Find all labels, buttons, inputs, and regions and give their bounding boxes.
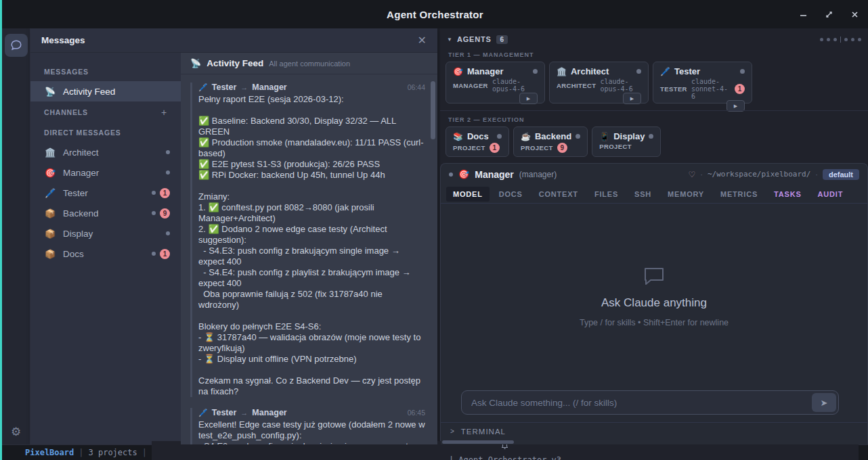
empty-state-title: Ask Claude anything bbox=[601, 296, 707, 310]
activity-feed-header: 📡 Activity Feed All agent communication bbox=[181, 53, 437, 74]
agent-card[interactable]: 📱 Display PROJECT bbox=[592, 127, 661, 157]
sidebar-item-dm[interactable]: 📦 Docs 1 bbox=[30, 244, 181, 264]
agent-model: claude-sonnet-4-6 bbox=[691, 78, 731, 100]
dm-section-label: DIRECT MESSAGES bbox=[30, 123, 181, 142]
agent-name: Backend bbox=[535, 131, 571, 141]
collapse-caret-icon[interactable]: ▼ bbox=[447, 37, 452, 43]
sidebar-item-dm[interactable]: 📦 Backend 9 bbox=[30, 203, 181, 223]
agent-name: Architect bbox=[571, 66, 609, 76]
status-dot bbox=[152, 252, 156, 256]
agent-role: TESTER bbox=[660, 85, 687, 93]
agent-card[interactable]: 🎯 Manager MANAGER claude-opus-4-6 ▶ bbox=[446, 62, 545, 104]
sender-icon: 🖊️ bbox=[198, 83, 208, 92]
detail-tab[interactable]: FILES bbox=[588, 187, 625, 202]
detail-tab[interactable]: METRICS bbox=[714, 187, 764, 202]
terminal-toggle[interactable]: > TERMINAL bbox=[441, 422, 867, 440]
status-dot bbox=[533, 69, 538, 74]
terminal-label: TERMINAL bbox=[461, 428, 506, 436]
messages-panel-title: Messages bbox=[41, 35, 85, 45]
agent-card[interactable]: 🏛️ Architect ARCHITECT claude-opus-4-6 ▶ bbox=[549, 62, 649, 104]
feed-message: 🖊️ Tester → Manager 06:45 Excellent! Edg… bbox=[190, 408, 425, 444]
agent-icon: 🎯 bbox=[44, 168, 56, 178]
message-sender: Tester bbox=[212, 408, 237, 417]
detail-tab[interactable]: SSH bbox=[628, 187, 658, 202]
feed-scrollbar[interactable] bbox=[431, 81, 435, 139]
app-name: PixelBoard bbox=[25, 448, 74, 457]
agent-icon: 🖊️ bbox=[660, 67, 670, 76]
feed-message-list[interactable]: 🖊️ Tester → Manager 06:44 Pełny raport E… bbox=[181, 74, 437, 444]
detail-tab[interactable]: DOCS bbox=[492, 187, 529, 202]
title-bar: Agent Orchestrator bbox=[2, 0, 868, 28]
unread-badge: 9 bbox=[160, 208, 170, 218]
agents-panel: ▼ AGENTS 6 TIER 1 — MANAGEMENT 🎯 Manager bbox=[440, 28, 868, 444]
play-button[interactable]: ▶ bbox=[519, 93, 538, 104]
sidebar-item-dm[interactable]: 🖊️ Tester 1 bbox=[30, 183, 181, 203]
agent-role: PROJECT bbox=[453, 144, 485, 152]
agent-card[interactable]: 🖊️ Tester TESTER claude-sonnet-4-6 1 ▶ bbox=[653, 62, 752, 104]
detail-agent-name: Manager bbox=[475, 169, 514, 180]
maximize-button[interactable] bbox=[823, 9, 834, 20]
unread-badge: 1 bbox=[160, 188, 170, 198]
status-dot bbox=[740, 69, 745, 74]
status-dot bbox=[449, 172, 453, 177]
panel-control-dots[interactable] bbox=[820, 37, 861, 43]
activity-feed: 📡 Activity Feed All agent communication … bbox=[181, 53, 437, 444]
agent-name: Manager bbox=[467, 66, 503, 76]
play-button[interactable]: ▶ bbox=[623, 93, 641, 104]
prompt-input-row: ➤ bbox=[461, 390, 839, 415]
chat-rail-button[interactable] bbox=[5, 34, 28, 57]
detail-tabs: MODEL DOCS CONTEXT FILES SSH MEMORY METR… bbox=[441, 185, 867, 204]
heart-icon[interactable]: ♡ bbox=[689, 170, 696, 179]
agent-icon: 📦 bbox=[44, 249, 56, 259]
close-icon[interactable]: ✕ bbox=[418, 34, 427, 47]
chat-bubble-icon bbox=[9, 39, 23, 52]
detail-tab[interactable]: TASKS bbox=[767, 187, 808, 202]
detail-tab[interactable]: CONTEXT bbox=[532, 187, 585, 202]
tier1-label: TIER 1 — MANAGEMENT bbox=[440, 46, 868, 62]
agents-header[interactable]: ▼ AGENTS 6 bbox=[440, 28, 868, 46]
chevron-right-icon: > bbox=[450, 428, 455, 435]
feed-subtitle: All agent communication bbox=[269, 60, 350, 68]
message-recipient: Manager bbox=[252, 408, 286, 417]
feed-title: Activity Feed bbox=[207, 58, 263, 68]
messages-section-label: MESSAGES bbox=[30, 62, 181, 81]
agents-count-badge: 6 bbox=[496, 35, 508, 44]
app-window: Agent Orchestrator ⚙ Me bbox=[0, 0, 868, 460]
horizontal-scrollbar[interactable] bbox=[441, 440, 867, 444]
session-badge[interactable]: default bbox=[823, 169, 859, 180]
agent-card[interactable]: ☕ Backend PROJECT 9 bbox=[513, 127, 588, 157]
dm-name: Architect bbox=[63, 147, 99, 158]
agent-detail-panel: 🎯 Manager (manager) ♡ · ~/workspace/pixe… bbox=[440, 163, 868, 444]
agent-icon: 🖊️ bbox=[44, 188, 56, 198]
dm-name: Backend bbox=[63, 208, 99, 218]
agent-icon: 🏛️ bbox=[44, 147, 56, 158]
status-dot bbox=[166, 150, 170, 154]
sidebar-item-dm[interactable]: 🏛️ Architect bbox=[30, 142, 181, 162]
message-recipient: Manager bbox=[252, 83, 286, 92]
minimize-button[interactable] bbox=[798, 9, 808, 20]
sidebar-item-activity-feed[interactable]: 📡 Activity Feed bbox=[30, 81, 181, 101]
sidebar-item-dm[interactable]: 🎯 Manager bbox=[30, 162, 181, 183]
scrollbar-thumb[interactable] bbox=[442, 440, 514, 444]
dm-name: Display bbox=[63, 229, 93, 239]
empty-state-hint: Type / for skills • Shift+Enter for newl… bbox=[580, 318, 729, 327]
agent-card[interactable]: 📚 Docs PROJECT 1 bbox=[446, 127, 509, 157]
prompt-input[interactable] bbox=[461, 390, 839, 415]
detail-agent-role: (manager) bbox=[519, 170, 557, 179]
close-icon[interactable] bbox=[849, 9, 860, 20]
sidebar-item-dm[interactable]: 📦 Display bbox=[30, 223, 181, 244]
workspace-path: ~/workspace/pixelboard/ bbox=[708, 170, 810, 179]
add-channel-button[interactable]: + bbox=[161, 107, 167, 118]
send-icon: ➤ bbox=[821, 398, 828, 408]
detail-tab[interactable]: AUDIT bbox=[811, 187, 850, 202]
agent-model: claude-opus-4-6 bbox=[492, 78, 538, 93]
detail-tab[interactable]: MEMORY bbox=[661, 187, 711, 202]
unread-badge: 1 bbox=[160, 249, 170, 259]
detail-tab[interactable]: MODEL bbox=[446, 187, 490, 202]
agent-icon: ☕ bbox=[521, 132, 531, 141]
gear-icon[interactable]: ⚙ bbox=[11, 426, 21, 438]
arrow-icon: → bbox=[240, 83, 248, 91]
send-button[interactable]: ➤ bbox=[812, 393, 836, 412]
projects-count: 3 projects bbox=[88, 448, 137, 457]
dm-name: Tester bbox=[63, 188, 88, 198]
